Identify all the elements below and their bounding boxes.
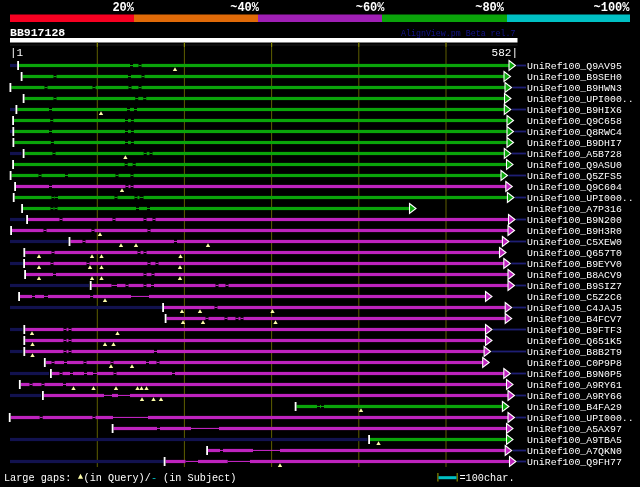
svg-text:UniRef100_A7QKN0: UniRef100_A7QKN0: [527, 446, 622, 457]
svg-text:|1: |1: [10, 47, 24, 59]
svg-text:UniRef100_A9TBA5: UniRef100_A9TBA5: [527, 435, 622, 446]
svg-text:UniRef100_UPI000..: UniRef100_UPI000..: [527, 94, 634, 105]
svg-text:UniRef100_B9HIX6: UniRef100_B9HIX6: [527, 105, 622, 116]
svg-text:UniRef100_B8B2T9: UniRef100_B8B2T9: [527, 347, 622, 358]
svg-text:UniRef100_Q651K5: UniRef100_Q651K5: [527, 336, 622, 347]
svg-text:UniRef100_A9RY66: UniRef100_A9RY66: [527, 391, 622, 402]
svg-text:582|: 582|: [492, 47, 518, 59]
svg-text:UniRef100_C0P9P8: UniRef100_C0P9P8: [527, 358, 622, 369]
svg-text:=100char.: =100char.: [460, 473, 515, 484]
svg-text:UniRef100_Q9C604: UniRef100_Q9C604: [527, 182, 622, 193]
svg-text:UniRef100_Q9FH77: UniRef100_Q9FH77: [527, 457, 622, 468]
svg-text:UniRef100_A9RY61: UniRef100_A9RY61: [527, 380, 622, 391]
svg-text:UniRef100_B9N0P5: UniRef100_B9N0P5: [527, 369, 622, 380]
svg-text:~80%: ~80%: [475, 1, 505, 15]
svg-text:UniRef100_B9DHI7: UniRef100_B9DHI7: [527, 138, 622, 149]
svg-text:UniRef100_B8ACV9: UniRef100_B8ACV9: [527, 270, 622, 281]
svg-text:UniRef100_B9EYV0: UniRef100_B9EYV0: [527, 259, 622, 270]
svg-text:UniRef100_UPI000..: UniRef100_UPI000..: [527, 193, 634, 204]
svg-text:UniRef100_C4JAJ5: UniRef100_C4JAJ5: [527, 303, 622, 314]
svg-text:UniRef100_C5Z2C6: UniRef100_C5Z2C6: [527, 292, 622, 303]
svg-text:UniRef100_B9SIZ7: UniRef100_B9SIZ7: [527, 281, 622, 292]
svg-text:UniRef100_B9SEH0: UniRef100_B9SEH0: [527, 72, 622, 83]
svg-text:UniRef100_B9N200: UniRef100_B9N200: [527, 215, 622, 226]
svg-text:UniRef100_Q9ASU0: UniRef100_Q9ASU0: [527, 160, 622, 171]
svg-text:20%: 20%: [112, 1, 134, 15]
svg-text:UniRef100_B9FTF3: UniRef100_B9FTF3: [527, 325, 622, 336]
svg-text:~60%: ~60%: [356, 1, 386, 15]
svg-text:UniRef100_C5XEW0: UniRef100_C5XEW0: [527, 237, 622, 248]
svg-text:~40%: ~40%: [230, 1, 260, 15]
svg-text:UniRef100_A5B728: UniRef100_A5B728: [527, 149, 622, 160]
svg-text:(in Subject): (in Subject): [163, 473, 236, 484]
svg-text:UniRef100_Q9AV95: UniRef100_Q9AV95: [527, 61, 622, 72]
svg-text:UniRef100_B9HWN3: UniRef100_B9HWN3: [527, 83, 622, 94]
svg-text:(in Query)/: (in Query)/: [84, 473, 151, 484]
svg-text:UniRef100_UPI000..: UniRef100_UPI000..: [527, 413, 634, 424]
svg-text:UniRef100_Q657T0: UniRef100_Q657T0: [527, 248, 622, 259]
svg-text:AlignView.pm Beta rel.7: AlignView.pm Beta rel.7: [401, 29, 516, 38]
svg-text:UniRef100_Q5ZFS5: UniRef100_Q5ZFS5: [527, 171, 622, 182]
svg-text:UniRef100_B4FA29: UniRef100_B4FA29: [527, 402, 622, 413]
svg-text:UniRef100_Q9C658: UniRef100_Q9C658: [527, 116, 622, 127]
svg-text:~100%: ~100%: [593, 1, 630, 15]
svg-text:UniRef100_B9H3R0: UniRef100_B9H3R0: [527, 226, 622, 237]
svg-text:Large gaps:: Large gaps:: [4, 473, 71, 484]
svg-text:UniRef100_B4FCV7: UniRef100_B4FCV7: [527, 314, 622, 325]
svg-text:UniRef100_Q8RWC4: UniRef100_Q8RWC4: [527, 127, 622, 138]
svg-text:-: -: [151, 473, 157, 484]
svg-text:UniRef100_A7P316: UniRef100_A7P316: [527, 204, 622, 215]
svg-text:UniRef100_A5AX97: UniRef100_A5AX97: [527, 424, 622, 435]
svg-text:BB917128: BB917128: [10, 26, 65, 39]
